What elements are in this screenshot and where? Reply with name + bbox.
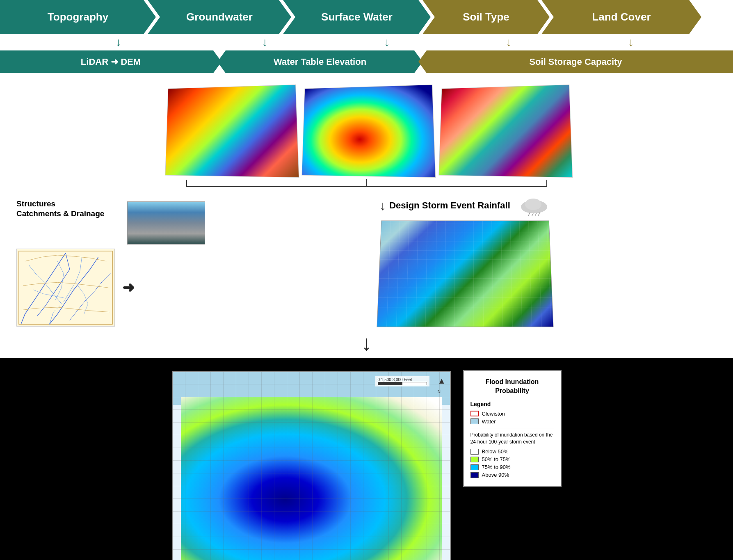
tab-soil-type-label: Soil Type (463, 11, 509, 23)
above90-text: Above 90% (482, 472, 509, 478)
top-banner: Topography Groundwater Surface Water Soi… (0, 0, 733, 34)
design-storm-label: Design Storm Event Rainfall (389, 200, 510, 211)
water-color (470, 418, 479, 424)
scale-label-text: 0 1,500 3,000 Feet (378, 377, 412, 382)
north-arrow: ▲N (438, 376, 446, 395)
catchments-map (16, 249, 115, 327)
structures-photo (127, 201, 205, 245)
tab-topography-label: Topography (48, 11, 108, 23)
maps-row (162, 81, 572, 180)
big-arrow-down: ↓ (361, 331, 372, 355)
tab-land-cover: Land Cover (541, 0, 701, 34)
water-table-map (302, 85, 436, 178)
center-process: ↓ Design Storm Event Rainfall (209, 195, 721, 326)
structures-label: Structures (16, 199, 104, 208)
arrow-topography: ↓ (116, 36, 121, 49)
legend-clewiston: Clewiston (470, 411, 554, 417)
legend-box: Flood Inundation Probability Legend Clew… (463, 370, 562, 487)
big-arrow-section: ↓ (12, 332, 721, 354)
clewiston-text: Clewiston (482, 411, 505, 417)
left-process: Structures Catchments & Drainage (12, 195, 209, 331)
legend-50-75: 50% to 75% (470, 456, 554, 462)
arrow-surface: ↓ (384, 36, 390, 49)
bracket-container (174, 180, 559, 187)
tab-groundwater: Groundwater (148, 0, 291, 34)
process-arrow-right: ➜ (122, 279, 135, 296)
flood-scenario-grid (377, 221, 553, 327)
maps-wrapper (162, 81, 572, 187)
p50-75-color (470, 457, 479, 462)
legend-75-90: 75% to 90% (470, 464, 554, 470)
p75-90-color (470, 464, 479, 470)
legend-divider (470, 428, 554, 428)
catchments-svg (17, 249, 114, 326)
legend-water: Water (470, 418, 554, 425)
catchments-row: ➜ (16, 249, 205, 327)
process-section: Structures Catchments & Drainage (12, 195, 721, 331)
p75-90-text: 75% to 90% (482, 464, 511, 470)
scale-bar-graphic (378, 382, 427, 385)
soil-storage-map (438, 85, 573, 178)
probability-title: Probability (495, 387, 529, 394)
flood-inundation-map: 0 1,500 3,000 Feet ▲N (172, 371, 451, 560)
above90-color (470, 472, 479, 478)
label-water-table: Water Table Elevation (217, 50, 422, 73)
below50-color (470, 449, 479, 455)
arrow-soil: ↓ (506, 36, 512, 49)
second-banner: LiDAR ➜ DEM Water Table Elevation Soil S… (0, 50, 733, 73)
legend-above90: Above 90% (470, 472, 554, 478)
p50-75-text: 50% to 75% (482, 456, 511, 462)
flood-inundation-container: 0 1,500 3,000 Feet ▲N (172, 371, 451, 560)
structures-catchments-labels: Structures Catchments & Drainage (16, 199, 104, 218)
arrow-row: ↓ ↓ ↓ ↓ ↓ (0, 34, 733, 50)
tab-surface-water-label: Surface Water (321, 11, 393, 23)
probability-description: Probability of inundation based on the 2… (470, 432, 554, 446)
svg-point-4 (525, 199, 541, 210)
scale-bar-labels: 0 1,500 3,000 Feet (378, 377, 427, 382)
tab-soil-type: Soil Type (422, 0, 550, 34)
svg-line-5 (528, 213, 530, 216)
below50-text: Below 50% (482, 448, 509, 455)
flood-map-grid (173, 372, 450, 560)
catchments-label: Catchments & Drainage (16, 209, 104, 218)
legend-section-label: Legend (470, 401, 554, 407)
scale-bar: 0 1,500 3,000 Feet (375, 376, 429, 386)
legend-below50: Below 50% (470, 448, 554, 455)
soil-storage-text: Soil Storage Capacity (529, 57, 622, 67)
bottom-section: 0 1,500 3,000 Feet ▲N Flood Inundation P… (0, 358, 733, 560)
arrow-landcover: ↓ (628, 36, 634, 49)
flood-inundation-title: Flood Inundation (486, 378, 539, 385)
water-legend-text: Water (482, 418, 496, 425)
water-table-text: Water Table Elevation (274, 57, 366, 67)
tab-groundwater-label: Groundwater (186, 11, 253, 23)
legend-title: Flood Inundation Probability (470, 377, 554, 396)
flood-scenario-map (377, 221, 553, 327)
bracket-center-line (366, 179, 367, 187)
cloud-icon (518, 195, 550, 216)
label-lidar-dem: LiDAR ➜ DEM (0, 50, 221, 73)
lidar-dem-map (165, 85, 299, 178)
label-soil-storage: Soil Storage Capacity (418, 50, 733, 73)
svg-rect-0 (19, 251, 112, 324)
main-content: Structures Catchments & Drainage (0, 73, 733, 358)
svg-line-7 (534, 213, 537, 216)
tab-surface-water: Surface Water (283, 0, 431, 34)
tab-topography: Topography (0, 0, 156, 34)
svg-line-6 (531, 213, 533, 216)
lidar-dem-text: LiDAR ➜ DEM (81, 57, 141, 67)
tab-land-cover-label: Land Cover (592, 11, 651, 23)
clewiston-color (470, 411, 479, 416)
arrow-groundwater: ↓ (262, 36, 268, 49)
design-storm-row: ↓ Design Storm Event Rainfall (379, 195, 550, 216)
